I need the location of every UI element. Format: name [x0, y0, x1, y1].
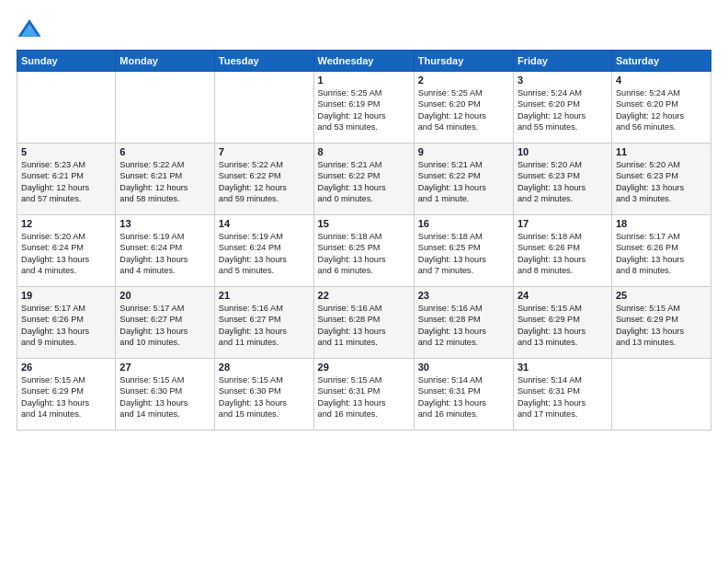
- calendar-day-cell: 28Sunrise: 5:15 AMSunset: 6:30 PMDayligh…: [214, 359, 313, 431]
- day-info: Sunrise: 5:15 AMSunset: 6:30 PMDaylight:…: [119, 374, 210, 420]
- calendar-table: SundayMondayTuesdayWednesdayThursdayFrid…: [17, 50, 711, 431]
- day-number: 13: [119, 218, 210, 229]
- calendar-day-cell: 2Sunrise: 5:25 AMSunset: 6:20 PMDaylight…: [414, 72, 513, 144]
- day-info: Sunrise: 5:18 AMSunset: 6:26 PMDaylight:…: [518, 231, 608, 277]
- day-of-week-header: Tuesday: [214, 51, 313, 72]
- calendar-day-cell: 19Sunrise: 5:17 AMSunset: 6:26 PMDayligh…: [17, 287, 116, 359]
- day-info: Sunrise: 5:22 AMSunset: 6:22 PMDaylight:…: [219, 159, 310, 205]
- calendar-day-cell: 13Sunrise: 5:19 AMSunset: 6:24 PMDayligh…: [116, 215, 215, 287]
- day-info: Sunrise: 5:15 AMSunset: 6:29 PMDaylight:…: [616, 303, 707, 349]
- day-number: 20: [119, 290, 210, 301]
- calendar-day-cell: 1Sunrise: 5:25 AMSunset: 6:19 PMDaylight…: [313, 72, 414, 144]
- day-info: Sunrise: 5:16 AMSunset: 6:27 PMDaylight:…: [219, 303, 310, 349]
- day-info: Sunrise: 5:25 AMSunset: 6:20 PMDaylight:…: [418, 87, 509, 133]
- day-info: Sunrise: 5:15 AMSunset: 6:30 PMDaylight:…: [219, 374, 310, 420]
- day-number: 31: [518, 362, 608, 373]
- day-number: 11: [616, 146, 707, 157]
- day-info: Sunrise: 5:21 AMSunset: 6:22 PMDaylight:…: [418, 159, 509, 205]
- calendar-week-row: 12Sunrise: 5:20 AMSunset: 6:24 PMDayligh…: [17, 215, 711, 287]
- day-number: 12: [21, 218, 111, 229]
- day-number: 23: [418, 290, 509, 301]
- calendar-day-cell: 7Sunrise: 5:22 AMSunset: 6:22 PMDaylight…: [214, 144, 313, 215]
- day-info: Sunrise: 5:17 AMSunset: 6:26 PMDaylight:…: [616, 231, 707, 277]
- calendar-day-cell: 23Sunrise: 5:16 AMSunset: 6:28 PMDayligh…: [414, 287, 513, 359]
- day-number: 28: [219, 362, 310, 373]
- calendar-day-cell: 26Sunrise: 5:15 AMSunset: 6:29 PMDayligh…: [17, 359, 116, 431]
- calendar-day-cell: [214, 72, 313, 144]
- day-number: 29: [318, 362, 410, 373]
- day-info: Sunrise: 5:21 AMSunset: 6:22 PMDaylight:…: [318, 159, 410, 205]
- calendar-day-cell: 29Sunrise: 5:15 AMSunset: 6:31 PMDayligh…: [313, 359, 414, 431]
- day-info: Sunrise: 5:15 AMSunset: 6:29 PMDaylight:…: [518, 303, 608, 349]
- calendar-day-cell: 8Sunrise: 5:21 AMSunset: 6:22 PMDaylight…: [313, 144, 414, 215]
- calendar-day-cell: 21Sunrise: 5:16 AMSunset: 6:27 PMDayligh…: [214, 287, 313, 359]
- day-number: 25: [616, 290, 707, 301]
- day-number: 15: [318, 218, 410, 229]
- calendar-day-cell: 22Sunrise: 5:16 AMSunset: 6:28 PMDayligh…: [313, 287, 414, 359]
- day-info: Sunrise: 5:23 AMSunset: 6:21 PMDaylight:…: [21, 159, 111, 205]
- day-info: Sunrise: 5:19 AMSunset: 6:24 PMDaylight:…: [219, 231, 310, 277]
- day-number: 14: [219, 218, 310, 229]
- calendar-day-cell: 27Sunrise: 5:15 AMSunset: 6:30 PMDayligh…: [116, 359, 215, 431]
- day-number: 4: [616, 75, 707, 86]
- day-info: Sunrise: 5:16 AMSunset: 6:28 PMDaylight:…: [418, 303, 509, 349]
- calendar-day-cell: [116, 72, 215, 144]
- day-number: 16: [418, 218, 509, 229]
- page: SundayMondayTuesdayWednesdayThursdayFrid…: [0, 0, 728, 563]
- day-info: Sunrise: 5:25 AMSunset: 6:19 PMDaylight:…: [318, 87, 410, 133]
- day-number: 22: [318, 290, 410, 301]
- day-info: Sunrise: 5:18 AMSunset: 6:25 PMDaylight:…: [318, 231, 410, 277]
- calendar-day-cell: 5Sunrise: 5:23 AMSunset: 6:21 PMDaylight…: [17, 144, 116, 215]
- calendar-day-cell: 16Sunrise: 5:18 AMSunset: 6:25 PMDayligh…: [414, 215, 513, 287]
- day-of-week-header: Sunday: [17, 51, 116, 72]
- day-number: 26: [21, 362, 111, 373]
- calendar-day-cell: 9Sunrise: 5:21 AMSunset: 6:22 PMDaylight…: [414, 144, 513, 215]
- day-number: 2: [418, 75, 509, 86]
- day-info: Sunrise: 5:19 AMSunset: 6:24 PMDaylight:…: [119, 231, 210, 277]
- calendar-day-cell: 20Sunrise: 5:17 AMSunset: 6:27 PMDayligh…: [116, 287, 215, 359]
- day-number: 21: [219, 290, 310, 301]
- day-info: Sunrise: 5:24 AMSunset: 6:20 PMDaylight:…: [616, 87, 707, 133]
- day-number: 24: [518, 290, 608, 301]
- day-info: Sunrise: 5:24 AMSunset: 6:20 PMDaylight:…: [518, 87, 608, 133]
- day-info: Sunrise: 5:15 AMSunset: 6:31 PMDaylight:…: [318, 374, 410, 420]
- calendar-day-cell: 15Sunrise: 5:18 AMSunset: 6:25 PMDayligh…: [313, 215, 414, 287]
- calendar-day-cell: 24Sunrise: 5:15 AMSunset: 6:29 PMDayligh…: [513, 287, 611, 359]
- header: [17, 17, 711, 42]
- calendar-header: SundayMondayTuesdayWednesdayThursdayFrid…: [17, 51, 711, 72]
- day-of-week-header: Wednesday: [313, 51, 414, 72]
- day-number: 3: [518, 75, 608, 86]
- calendar-body: 1Sunrise: 5:25 AMSunset: 6:19 PMDaylight…: [17, 72, 711, 431]
- calendar-day-cell: 25Sunrise: 5:15 AMSunset: 6:29 PMDayligh…: [611, 287, 711, 359]
- day-number: 19: [21, 290, 111, 301]
- calendar-day-cell: 30Sunrise: 5:14 AMSunset: 6:31 PMDayligh…: [414, 359, 513, 431]
- day-number: 30: [418, 362, 509, 373]
- day-number: 17: [518, 218, 608, 229]
- calendar-day-cell: 31Sunrise: 5:14 AMSunset: 6:31 PMDayligh…: [513, 359, 611, 431]
- day-number: 27: [119, 362, 210, 373]
- day-number: 18: [616, 218, 707, 229]
- day-info: Sunrise: 5:22 AMSunset: 6:21 PMDaylight:…: [119, 159, 210, 205]
- calendar-week-row: 1Sunrise: 5:25 AMSunset: 6:19 PMDaylight…: [17, 72, 711, 144]
- calendar-day-cell: 14Sunrise: 5:19 AMSunset: 6:24 PMDayligh…: [214, 215, 313, 287]
- calendar-day-cell: 12Sunrise: 5:20 AMSunset: 6:24 PMDayligh…: [17, 215, 116, 287]
- calendar-day-cell: 18Sunrise: 5:17 AMSunset: 6:26 PMDayligh…: [611, 215, 711, 287]
- calendar-day-cell: 4Sunrise: 5:24 AMSunset: 6:20 PMDaylight…: [611, 72, 711, 144]
- calendar-week-row: 26Sunrise: 5:15 AMSunset: 6:29 PMDayligh…: [17, 359, 711, 431]
- day-number: 9: [418, 146, 509, 157]
- day-number: 6: [119, 146, 210, 157]
- day-info: Sunrise: 5:16 AMSunset: 6:28 PMDaylight:…: [318, 303, 410, 349]
- day-of-week-header: Thursday: [414, 51, 513, 72]
- day-info: Sunrise: 5:14 AMSunset: 6:31 PMDaylight:…: [418, 374, 509, 420]
- logo: [17, 17, 46, 42]
- day-info: Sunrise: 5:20 AMSunset: 6:23 PMDaylight:…: [518, 159, 608, 205]
- calendar-week-row: 19Sunrise: 5:17 AMSunset: 6:26 PMDayligh…: [17, 287, 711, 359]
- day-info: Sunrise: 5:15 AMSunset: 6:29 PMDaylight:…: [21, 374, 111, 420]
- day-of-week-header: Monday: [116, 51, 215, 72]
- logo-icon: [17, 17, 42, 42]
- calendar-day-cell: 3Sunrise: 5:24 AMSunset: 6:20 PMDaylight…: [513, 72, 611, 144]
- calendar-day-cell: [17, 72, 116, 144]
- day-number: 10: [518, 146, 608, 157]
- days-of-week-row: SundayMondayTuesdayWednesdayThursdayFrid…: [17, 51, 711, 72]
- calendar-day-cell: 17Sunrise: 5:18 AMSunset: 6:26 PMDayligh…: [513, 215, 611, 287]
